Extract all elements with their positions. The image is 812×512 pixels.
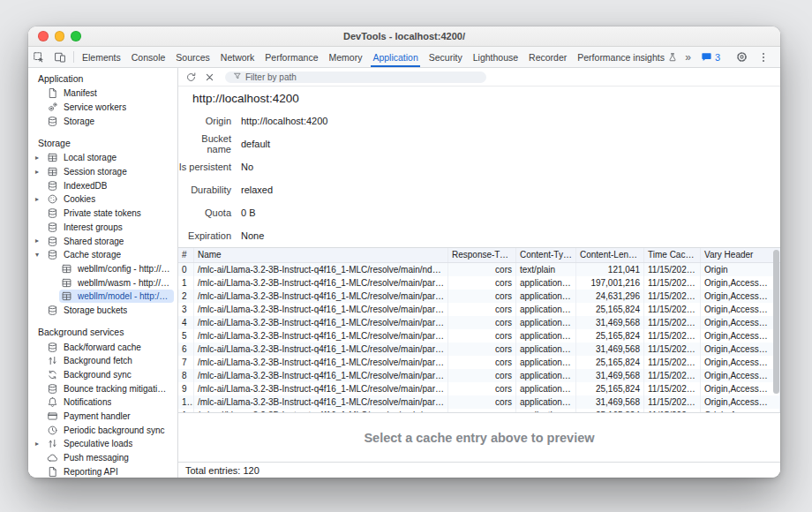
close-window-button[interactable]: [38, 31, 49, 41]
chevron-right-icon: ▸: [35, 169, 45, 176]
grid-cell: cors: [448, 329, 516, 343]
tab-label: Performance: [265, 52, 318, 63]
sidebar-item-background-fetch[interactable]: Background fetch: [28, 354, 177, 368]
grid-cell: 25,165,824: [576, 303, 644, 316]
tab-elements[interactable]: Elements: [79, 47, 124, 67]
sidebar-item-notifications[interactable]: Notifications: [28, 395, 177, 410]
tab-application[interactable]: Application: [369, 47, 421, 67]
sidebar-item-label: Background sync: [64, 370, 132, 380]
more-tabs-button[interactable]: »: [680, 51, 696, 64]
grid-column-header-[interactable]: #: [178, 248, 194, 262]
tab-label: Console: [132, 52, 166, 63]
table-row[interactable]: 10/mlc-ai/Llama-3.2-3B-Instruct-q4f16_1-…: [178, 395, 780, 409]
sidebar-item-bounce-tracking-mitigations[interactable]: Bounce tracking mitigations: [28, 381, 177, 395]
inspect-element-icon[interactable]: [28, 47, 49, 67]
grid-cell: 11/15/2024, 10…: [644, 303, 701, 316]
grid-cell: /mlc-ai/Llama-3.2-3B-Instruct-q4f16_1-ML…: [194, 329, 448, 343]
sidebar-item-manifest[interactable]: Manifest: [28, 87, 177, 101]
grid-cell: application/oc…: [516, 369, 576, 382]
grid-cell: application/oc…: [516, 409, 576, 412]
sidebar-item-webllm-wasm-http-loca[interactable]: webllm/wasm - http://loca…: [28, 275, 177, 290]
sidebar-item-cache-storage[interactable]: ▾Cache storage: [28, 248, 177, 262]
table-row[interactable]: 11/mlc-ai/Llama-3.2-3B-Instruct-q4f16_1-…: [178, 409, 780, 412]
database-icon: [47, 222, 58, 233]
zoom-window-button[interactable]: [71, 31, 81, 41]
sidebar-item-session-storage[interactable]: ▸Session storage: [28, 165, 177, 179]
refresh-button[interactable]: [183, 70, 199, 85]
cache-entries-grid: #NameResponse-TypeContent-TypeContent-Le…: [178, 247, 780, 413]
device-toolbar-icon[interactable]: [49, 47, 71, 67]
kebab-menu-icon[interactable]: [753, 51, 774, 64]
sidebar-item-private-state-tokens[interactable]: Private state tokens: [28, 207, 177, 221]
sidebar-section-background-services: Background servicesBack/forward cacheBac…: [28, 325, 177, 478]
sidebar-item-content: Back/forward cache: [45, 341, 174, 354]
table-row[interactable]: 9/mlc-ai/Llama-3.2-3B-Instruct-q4f16_1-M…: [178, 382, 780, 395]
table-row[interactable]: 2/mlc-ai/Llama-3.2-3B-Instruct-q4f16_1-M…: [178, 290, 780, 303]
grid-scrollbar[interactable]: [773, 250, 779, 394]
grid-column-header-vary-header[interactable]: Vary Header: [701, 248, 780, 262]
grid-cell: 6: [178, 343, 194, 356]
table-row[interactable]: 7/mlc-ai/Llama-3.2-3B-Instruct-q4f16_1-M…: [178, 356, 780, 369]
tab-recorder[interactable]: Recorder: [525, 47, 570, 67]
preview-placeholder-text: Select a cache entry above to preview: [364, 431, 594, 445]
grid-cell: Origin,Access…: [701, 316, 780, 329]
sidebar-item-speculative-loads[interactable]: ▸Speculative loads: [28, 437, 177, 451]
meta-value: default: [241, 139, 270, 149]
sidebar-item-background-sync[interactable]: Background sync: [28, 368, 177, 382]
filter-input[interactable]: Filter by path: [225, 72, 486, 83]
sidebar-item-payment-handler[interactable]: Payment handler: [28, 410, 177, 424]
meta-label: Durability: [178, 184, 231, 195]
table-row[interactable]: 3/mlc-ai/Llama-3.2-3B-Instruct-q4f16_1-M…: [178, 303, 780, 316]
table-row[interactable]: 5/mlc-ai/Llama-3.2-3B-Instruct-q4f16_1-M…: [178, 329, 780, 343]
sidebar-item-content: Session storage: [45, 165, 174, 178]
sidebar-item-push-messaging[interactable]: Push messaging: [28, 451, 177, 465]
sidebar-item-periodic-background-sync[interactable]: Periodic background sync: [28, 423, 177, 437]
grid-column-header-name[interactable]: Name: [194, 248, 448, 262]
table-row[interactable]: 4/mlc-ai/Llama-3.2-3B-Instruct-q4f16_1-M…: [178, 316, 780, 329]
sidebar-item-cookies[interactable]: ▸Cookies: [28, 192, 177, 207]
table-row[interactable]: 1/mlc-ai/Llama-3.2-3B-Instruct-q4f16_1-M…: [178, 276, 780, 290]
sidebar-item-content: Local storage: [45, 151, 174, 164]
table-row[interactable]: 8/mlc-ai/Llama-3.2-3B-Instruct-q4f16_1-M…: [178, 369, 780, 382]
sidebar-item-webllm-config-http-loc[interactable]: webllm/config - http://loc…: [28, 262, 177, 276]
sidebar-item-reporting-api[interactable]: Reporting API: [28, 465, 177, 478]
sidebar-item-storage-buckets[interactable]: Storage buckets: [28, 304, 177, 318]
minimize-window-button[interactable]: [55, 31, 65, 41]
bell-icon: [47, 396, 58, 408]
sidebar-item-indexeddb[interactable]: IndexedDB: [28, 178, 177, 192]
tab-security[interactable]: Security: [425, 47, 466, 67]
tab-performance-insights[interactable]: Performance insights: [574, 47, 681, 67]
grid-column-header-content-type[interactable]: Content-Type: [516, 248, 576, 262]
document-icon: [47, 87, 58, 99]
grid-cell: cors: [448, 316, 516, 329]
sidebar-item-webllm-model-http-loc[interactable]: webllm/model - http://loc…: [28, 290, 177, 304]
console-messages-button[interactable]: 3: [696, 51, 725, 63]
sidebar-item-local-storage[interactable]: ▸Local storage: [28, 151, 177, 165]
tab-lighthouse[interactable]: Lighthouse: [470, 47, 522, 67]
table-row[interactable]: 6/mlc-ai/Llama-3.2-3B-Instruct-q4f16_1-M…: [178, 343, 780, 356]
tab-sources[interactable]: Sources: [172, 47, 214, 67]
sidebar-item-storage[interactable]: Storage: [28, 114, 177, 128]
tab-network[interactable]: Network: [217, 47, 259, 67]
tab-console[interactable]: Console: [128, 47, 169, 67]
grid-cell: /mlc-ai/Llama-3.2-3B-Instruct-q4f16_1-ML…: [194, 356, 448, 369]
sidebar-section-storage: Storage▸Local storage▸Session storageInd…: [28, 136, 177, 317]
delete-selected-button[interactable]: [201, 70, 218, 85]
titlebar[interactable]: DevTools - localhost:4200/: [28, 26, 780, 47]
sidebar-item-content: Speculative loads: [45, 437, 174, 450]
settings-gear-icon[interactable]: [731, 50, 753, 64]
sidebar-item-back-forward-cache[interactable]: Back/forward cache: [28, 340, 177, 354]
grid-column-header-time-cached[interactable]: Time Cached: [644, 248, 701, 262]
sidebar-item-interest-groups[interactable]: Interest groups: [28, 221, 177, 235]
sidebar-item-shared-storage[interactable]: ▸Shared storage: [28, 234, 177, 248]
sidebar-section-label: Storage: [28, 136, 177, 151]
total-entries-text: Total entries: 120: [185, 465, 259, 476]
grid-header-row: #NameResponse-TypeContent-TypeContent-Le…: [178, 248, 780, 263]
grid-cell: 9: [178, 382, 194, 395]
grid-column-header-response-type[interactable]: Response-Type: [448, 248, 516, 262]
tab-memory[interactable]: Memory: [325, 47, 365, 67]
tab-performance[interactable]: Performance: [261, 47, 321, 67]
sidebar-item-service-workers[interactable]: Service workers: [28, 101, 177, 115]
grid-column-header-content-length[interactable]: Content-Length: [576, 248, 644, 262]
table-row[interactable]: 0/mlc-ai/Llama-3.2-3B-Instruct-q4f16_1-M…: [178, 263, 780, 276]
